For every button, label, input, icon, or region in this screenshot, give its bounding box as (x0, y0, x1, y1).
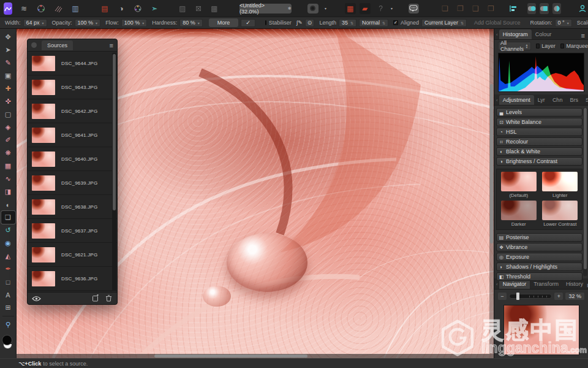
source-item[interactable]: DSC_9636.JPG (28, 267, 117, 291)
blemish-removal-tool[interactable]: ✜ (1, 95, 15, 108)
delete-source-icon[interactable] (105, 293, 112, 304)
view-mode-button[interactable] (307, 4, 318, 13)
tab-layers[interactable]: Lyr (534, 95, 549, 105)
adjustment-vibrance[interactable]: ❖Vibrance (496, 243, 582, 251)
width-select[interactable]: 64 px▾ (23, 19, 47, 27)
flow-select[interactable]: 100 %▾ (121, 19, 148, 27)
sources-menu-icon[interactable]: ≡ (110, 42, 113, 49)
assistant-icon[interactable]: ? (375, 3, 386, 14)
app-logo-icon[interactable] (4, 2, 12, 15)
zoom-slider[interactable] (509, 294, 552, 299)
marquee-checkbox[interactable] (560, 44, 565, 48)
tab-stock[interactable]: Stock (582, 95, 588, 105)
feedback-bubble-icon[interactable] (409, 4, 419, 13)
adjustment-exposure[interactable]: ◎Exposure (496, 253, 582, 261)
canvas-vertical-scrollbar[interactable] (489, 29, 494, 354)
preset-lower-contrast[interactable]: Lower Contrast (542, 201, 578, 227)
pixel-brush-tool[interactable]: ▦ (1, 159, 15, 172)
more-button[interactable]: More (209, 18, 239, 27)
tab-brushes[interactable]: Brs (566, 95, 582, 105)
layer-checkbox[interactable] (536, 44, 540, 48)
length-stepper[interactable]: 35⇅ (339, 19, 356, 27)
window-stabiliser-icon[interactable]: ⊙ (305, 19, 315, 27)
snapping-toggle-icon[interactable]: ▦ (345, 3, 356, 14)
sources-tab[interactable]: Sources (42, 40, 73, 50)
flood-select-tool[interactable]: ◈ (1, 121, 15, 134)
liquify-persona-icon[interactable] (132, 3, 143, 14)
force-pixel-alignment-icon[interactable]: ▰ (360, 3, 371, 14)
zoom-out-button[interactable]: − (498, 293, 507, 300)
shape-tool[interactable]: □ (1, 275, 15, 288)
stroke-colour-swatch[interactable] (2, 335, 12, 345)
show-source-overlay-icon[interactable] (32, 293, 41, 304)
adjustment-scrollbar[interactable] (583, 108, 587, 276)
add-global-source-button[interactable]: Add Global Source (474, 20, 521, 26)
tab-colour[interactable]: Colour (532, 29, 556, 39)
sharpen-tool[interactable]: ◭ (1, 250, 15, 263)
stabiliser-checkbox[interactable] (265, 20, 266, 25)
opacity-select[interactable]: 100 %▾ (75, 19, 101, 27)
view-mode-caret-icon[interactable]: ▾ (320, 3, 331, 14)
preset-lighter[interactable]: Lighter (542, 172, 578, 198)
preset-default[interactable]: (Default) (501, 172, 537, 198)
move-tool[interactable]: ➤ (1, 44, 15, 56)
zoom-in-button[interactable]: + (554, 293, 563, 300)
overlay-brush-tool[interactable]: ❋ (1, 147, 15, 159)
adjustment-shadows-highlights[interactable]: ◗Shadows / Highlights (496, 263, 582, 271)
panel-collapse-icon[interactable]: ‹ (496, 32, 498, 37)
zoom-value[interactable]: 32 % (565, 293, 584, 300)
studio-panel-icon[interactable]: ▥ (70, 3, 81, 14)
adjustment-brightness-contrast[interactable]: ◑Brightness / Contrast (496, 157, 582, 166)
develop-persona-icon[interactable]: ▤ (99, 3, 110, 14)
channel-select[interactable]: All Channels ▲▼ (498, 42, 531, 50)
boolean-subtract-icon[interactable] (540, 3, 548, 14)
text-tool[interactable]: A (1, 288, 15, 301)
zoom-tool[interactable]: ⚲ (1, 318, 15, 331)
marquee-tool[interactable]: ▢ (1, 108, 15, 121)
erase-tool[interactable]: ◨ (1, 185, 15, 198)
crop-tool[interactable]: ▣ (1, 69, 15, 82)
hardness-select[interactable]: 80 %▾ (179, 19, 203, 27)
colour-picker-tool[interactable]: ✎ (1, 56, 15, 69)
source-item[interactable]: DSC_9641.JPG (28, 123, 117, 147)
source-item[interactable]: DSC_9638.JPG (28, 195, 117, 219)
adjustment-black-white[interactable]: ◐Black & White (496, 147, 582, 156)
tab-histogram[interactable]: Histogram (499, 29, 532, 39)
panel-close-icon[interactable] (31, 42, 37, 48)
panel-menu-icon[interactable]: ≡ (581, 32, 585, 39)
clone-stamp-tool[interactable]: ❏ (1, 211, 15, 224)
smudge-tool[interactable]: ∿ (1, 172, 15, 185)
aligned-checkbox[interactable]: ✓ (393, 20, 398, 25)
source-item[interactable]: DSC_9621.JPG (28, 243, 117, 267)
adjustment-threshold[interactable]: ◧Threshold (496, 272, 582, 281)
tab-adjustment[interactable]: Adjustment (499, 95, 534, 105)
rope-stabiliser-icon[interactable]: ∫✎ (296, 20, 303, 26)
source-item[interactable]: DSC_9640.JPG (28, 147, 117, 171)
tab-channels[interactable]: Chn (549, 95, 567, 105)
boolean-intersect-icon[interactable] (552, 3, 561, 14)
view-tool[interactable]: ✥ (1, 31, 15, 44)
hatching-icon[interactable] (53, 3, 64, 14)
healing-brush-tool[interactable]: ✚ (1, 82, 15, 95)
brush-waves-icon[interactable]: ≋ (18, 3, 29, 14)
blur-tool[interactable]: ◉ (1, 237, 15, 250)
assistant-caret-icon[interactable]: ▾ (386, 3, 398, 14)
document-switcher[interactable]: <Untitled> (32.0%) ✱ (239, 4, 292, 13)
adjustment-hsl[interactable]: ◔HSL (496, 128, 582, 136)
undo-brush-tool[interactable]: ↺ (1, 224, 15, 237)
colour-wheel-icon[interactable] (36, 3, 47, 14)
account-icon[interactable] (577, 3, 588, 14)
sources-scrollbar[interactable] (112, 53, 116, 291)
pen-tool[interactable]: ✒ (1, 263, 15, 275)
colour-well[interactable] (1, 335, 15, 350)
adjustment-white-balance[interactable]: ⊡White Balance (496, 118, 582, 126)
export-persona-icon[interactable]: ➣ (149, 3, 160, 14)
canvas-horizontal-scrollbar[interactable] (17, 354, 494, 358)
navigator-preview[interactable] (503, 305, 579, 355)
adjustment-levels[interactable]: ▄Levels (496, 108, 582, 117)
rotation-select[interactable]: 0 °▾ (555, 19, 572, 27)
source-item[interactable]: DSC_9642.JPG (28, 99, 117, 123)
tone-map-persona-icon[interactable]: ◑ (116, 3, 127, 14)
source-item[interactable]: DSC_9637.JPG (28, 219, 117, 243)
paint-brush-tool[interactable]: ✐ (1, 134, 15, 147)
